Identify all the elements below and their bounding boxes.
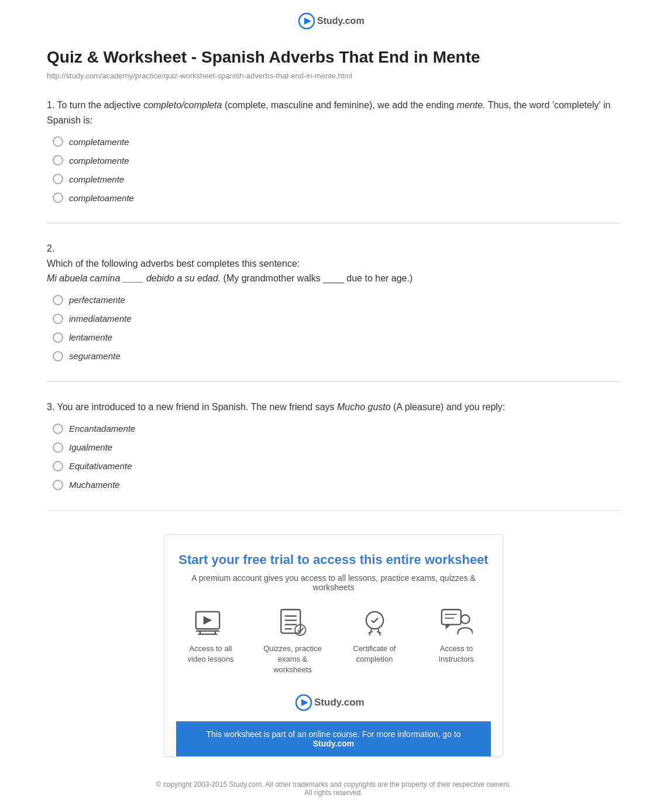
- q3-radio-4[interactable]: [53, 480, 63, 490]
- svg-text:Study.com: Study.com: [317, 16, 365, 26]
- question-1: 1. To turn the adjective completo/comple…: [47, 98, 620, 223]
- q2-option-4[interactable]: seguramente: [53, 351, 620, 362]
- cta-feature-cert: Certificate ofcompletion: [342, 607, 407, 676]
- svg-marker-1: [304, 18, 311, 25]
- q1-number: 1.: [47, 100, 54, 110]
- q3-option-4[interactable]: Muchamente: [53, 480, 620, 490]
- q2-radio-4[interactable]: [53, 351, 63, 362]
- certificate-icon: [357, 607, 392, 639]
- q1-option-3[interactable]: completmente: [53, 174, 620, 184]
- q3-option-2[interactable]: Igualmente: [53, 442, 620, 453]
- q2-number: 2.: [47, 243, 54, 253]
- q1-radio-2[interactable]: [53, 155, 63, 166]
- q1-text-before: To turn the adjective: [57, 100, 144, 110]
- q2-label-2: inmediatamente: [69, 314, 132, 324]
- q3-text-before: You are introduced to a new friend in Sp…: [57, 402, 338, 412]
- q1-option-1[interactable]: completamente: [53, 136, 620, 147]
- q3-label-1: Encantadamente: [69, 424, 135, 433]
- q3-label-3: Equitativamente: [69, 461, 132, 471]
- page-title: Quiz & Worksheet - Spanish Adverbs That …: [47, 48, 620, 67]
- q1-option-2[interactable]: completomente: [53, 155, 620, 166]
- logo-area: Study.com: [47, 12, 620, 30]
- q3-label-4: Muchamente: [69, 480, 120, 490]
- q2-label-1: perfectamente: [69, 295, 125, 305]
- svg-point-23: [460, 615, 469, 624]
- cta-bottom-link[interactable]: Study.com: [313, 739, 355, 748]
- q1-label-4: completoamente: [69, 193, 134, 203]
- q3-option-3[interactable]: Equitativamente: [53, 461, 620, 472]
- cta-feature-video: Access to allvideo lessons: [178, 607, 243, 676]
- q3-text-after: (A pleasure) and you reply:: [391, 402, 506, 412]
- footer: © copyright 2003-2015 Study.com. All oth…: [47, 775, 620, 803]
- footer-text: © copyright 2003-2015 Study.com. All oth…: [53, 780, 614, 789]
- q1-label-2: completomente: [69, 156, 129, 166]
- q3-radio-2[interactable]: [53, 442, 63, 453]
- question-2: 2. Which of the following adverbs best c…: [47, 241, 620, 382]
- q2-radio-3[interactable]: [53, 332, 63, 343]
- q2-line1: Which of the following adverbs best comp…: [47, 259, 300, 269]
- page-url: http://study.com/academy/practice/quiz-w…: [47, 71, 620, 80]
- q2-label-4: seguramente: [69, 351, 121, 361]
- q2-radio-1[interactable]: [53, 295, 63, 305]
- cta-title: Start your free trial to access this ent…: [176, 552, 491, 567]
- q1-label-3: completmente: [69, 174, 124, 184]
- cta-features: Access to allvideo lessons: [176, 607, 491, 676]
- q3-number: 3.: [47, 402, 54, 412]
- q1-radio-3[interactable]: [53, 174, 63, 184]
- question-1-text: 1. To turn the adjective completo/comple…: [47, 98, 620, 128]
- q1-option-4[interactable]: completoamente: [53, 192, 620, 203]
- cta-cert-label: Certificate ofcompletion: [353, 644, 396, 665]
- q2-italic: Mi abuela camina ____ debido a su edad.: [47, 273, 221, 283]
- q1-text-middle: (complete, masculine and feminine), we a…: [222, 100, 456, 110]
- svg-marker-4: [203, 616, 212, 625]
- q1-radio-4[interactable]: [53, 192, 63, 203]
- q3-radio-3[interactable]: [53, 461, 63, 472]
- quiz-icon: [275, 607, 310, 639]
- q3-option-1[interactable]: Encantadamente: [53, 424, 620, 434]
- cta-feature-instructor: Access toinstructors: [424, 607, 489, 676]
- q1-radio-1[interactable]: [53, 136, 63, 147]
- q1-options: completamente completomente completmente…: [53, 136, 620, 203]
- video-icon: [193, 607, 228, 639]
- question-3: 3. You are introduced to a new friend in…: [47, 400, 620, 511]
- q1-italic2: mente.: [457, 100, 486, 110]
- q2-paren: (My grandmother walks ____ due to her ag…: [221, 273, 412, 283]
- svg-rect-20: [441, 610, 460, 625]
- cta-box: Start your free trial to access this ent…: [164, 534, 503, 758]
- q2-option-2[interactable]: inmediatamente: [53, 314, 620, 324]
- q3-options: Encantadamente Igualmente Equitativament…: [53, 424, 620, 490]
- cta-feature-quiz: Quizzes, practiceexams & worksheets: [260, 607, 325, 676]
- svg-text:Study.com: Study.com: [314, 697, 365, 708]
- cta-video-label: Access to allvideo lessons: [188, 644, 234, 665]
- cta-logo: Study.com: [176, 687, 491, 721]
- cta-quiz-label: Quizzes, practiceexams & worksheets: [260, 644, 325, 676]
- svg-point-15: [366, 612, 383, 629]
- q3-radio-1[interactable]: [53, 424, 63, 434]
- cta-subtitle: A premium account gives you access to al…: [176, 573, 491, 592]
- instructor-icon: [439, 607, 474, 639]
- svg-rect-9: [281, 610, 300, 633]
- q2-option-3[interactable]: lentamente: [53, 332, 620, 343]
- footer-text2: All rights reserved.: [53, 789, 614, 797]
- question-3-text: 3. You are introduced to a new friend in…: [47, 400, 620, 415]
- q3-italic: Mucho gusto: [337, 402, 391, 412]
- svg-marker-25: [301, 699, 308, 706]
- q2-label-3: lentamente: [69, 332, 112, 342]
- q2-options: perfectamente inmediatamente lentamente …: [53, 295, 620, 362]
- svg-line-19: [377, 632, 381, 634]
- svg-line-18: [368, 632, 372, 634]
- cta-bottom-bar: This worksheet is part of an online cour…: [176, 721, 491, 756]
- cta-study-logo: Study.com: [176, 693, 491, 713]
- q1-label-1: completamente: [69, 137, 129, 147]
- site-logo[interactable]: Study.com: [47, 12, 620, 30]
- q2-radio-2[interactable]: [53, 314, 63, 324]
- question-2-text: 2. Which of the following adverbs best c…: [47, 241, 620, 286]
- q1-italic1: completo/completa: [143, 100, 222, 110]
- cta-instructor-label: Access toinstructors: [439, 644, 474, 665]
- q2-option-1[interactable]: perfectamente: [53, 295, 620, 305]
- cta-bottom-text: This worksheet is part of an online cour…: [207, 730, 461, 739]
- q3-label-2: Igualmente: [69, 442, 112, 452]
